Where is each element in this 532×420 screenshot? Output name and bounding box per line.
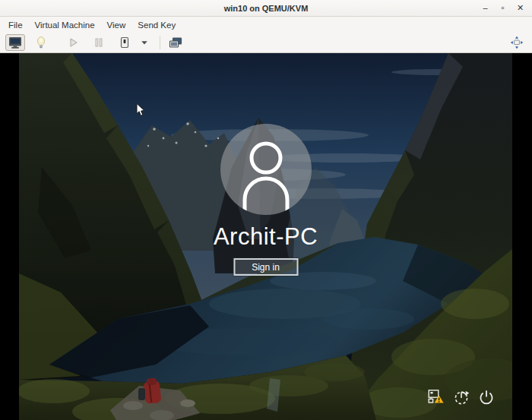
close-button[interactable]: ✕ [511, 4, 529, 12]
user-silhouette-icon [220, 124, 312, 215]
login-status-row [428, 389, 495, 406]
toolbar [0, 33, 532, 53]
maximize-button[interactable]: ▫ [494, 4, 511, 12]
menu-virtual-machine[interactable]: Virtual Machine [29, 18, 101, 32]
virt-manager-window: win10 on QEMU/KVM – ▫ ✕ File Virtual Mac… [0, 0, 532, 420]
fullscreen-icon [509, 35, 524, 50]
menu-file[interactable]: File [2, 18, 29, 32]
mouse-cursor [136, 103, 146, 118]
power-icon[interactable] [478, 389, 495, 406]
shutdown-menu-chevron-icon [139, 37, 150, 48]
user-avatar[interactable] [220, 124, 312, 215]
toolbar-separator [160, 36, 160, 49]
window-controls: – ▫ ✕ [477, 0, 529, 16]
shutdown-menu-button[interactable] [135, 34, 154, 51]
titlebar[interactable]: win10 on QEMU/KVM – ▫ ✕ [0, 0, 532, 17]
run-icon [66, 36, 80, 49]
vm-console-screen[interactable]: Archit-PC Sign in [19, 53, 512, 420]
virtual-displays-icon [168, 36, 183, 49]
console-monitor-icon [8, 36, 23, 49]
menu-send-key[interactable]: Send Key [131, 18, 182, 32]
window-title: win10 on QEMU/KVM [224, 4, 309, 13]
network-warning-icon[interactable] [428, 389, 445, 406]
menubar: File Virtual Machine View Send Key [0, 17, 532, 33]
sign-in-label: Sign in [252, 262, 280, 273]
hardware-details-lightbulb-icon [34, 36, 48, 50]
shutdown-icon [118, 36, 131, 49]
console-button[interactable] [5, 34, 25, 51]
hardware-details-button[interactable] [31, 34, 51, 51]
username: Archit-PC [19, 223, 512, 251]
virtual-displays-button[interactable] [166, 34, 185, 51]
fullscreen-button[interactable] [507, 34, 527, 51]
sign-in-button[interactable]: Sign in [233, 258, 298, 276]
pause-button[interactable] [89, 34, 109, 51]
minimize-button[interactable]: – [477, 4, 494, 12]
run-button[interactable] [63, 34, 83, 51]
vm-display-area: Archit-PC Sign in [0, 53, 532, 420]
pause-icon [92, 36, 106, 49]
shutdown-button[interactable] [115, 34, 135, 51]
menu-view[interactable]: View [101, 18, 132, 32]
ease-of-access-icon[interactable] [453, 389, 470, 406]
